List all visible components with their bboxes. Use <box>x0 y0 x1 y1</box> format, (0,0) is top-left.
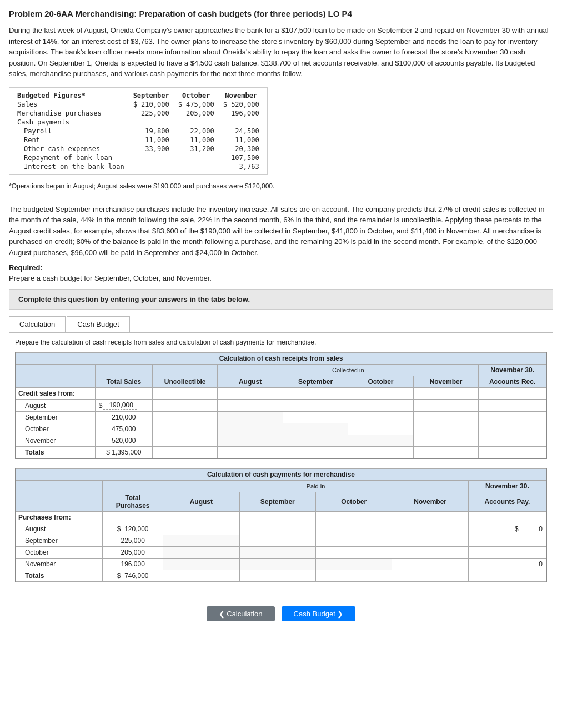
budgeted-table: Budgeted Figures* September October Nove… <box>13 91 264 171</box>
payments-oct-oct-input[interactable] <box>332 549 376 556</box>
receipts-aug-nov-input[interactable] <box>424 402 468 410</box>
receipts-title: Calculation of cash receipts from sales <box>16 353 546 365</box>
payments-table: Calculation of cash payments for merchan… <box>16 468 546 582</box>
receipts-row-totals-unc <box>152 447 217 458</box>
receipts-row-sep-nov <box>413 412 478 423</box>
receipts-hdr-total-sales: Total Sales <box>95 376 152 388</box>
receipts-section-ar <box>479 388 546 400</box>
budgeted-row-rent-oct: 11,000 <box>174 136 219 144</box>
payments-totals-nov-input[interactable] <box>408 572 453 580</box>
payments-sep-ap-input[interactable] <box>485 537 529 545</box>
receipts-row-nov-unc <box>152 435 217 447</box>
payments-oct-ap-input[interactable] <box>485 549 529 556</box>
receipts-aug-oct-input[interactable] <box>359 402 403 410</box>
budgeted-row-payroll-label: Payroll <box>13 127 129 136</box>
budgeted-row-merch-sep: 225,000 <box>129 109 174 118</box>
payments-row-totals: Totals $ 746,000 <box>16 570 546 582</box>
payments-hdr-september: September <box>239 492 315 512</box>
receipts-aug-aug-input[interactable] <box>228 402 273 410</box>
payments-sep-oct-input[interactable] <box>332 537 376 545</box>
receipts-totals-oct-input[interactable] <box>359 448 403 456</box>
receipts-totals-aug-input[interactable] <box>228 448 273 456</box>
payments-row-october: October 205,000 <box>16 547 546 559</box>
payments-row-aug-aug <box>163 523 239 535</box>
budgeted-row-sales-nov: $ 520,000 <box>219 100 264 109</box>
payments-hdr-paid: --------------------Paid in-------------… <box>163 481 469 492</box>
payments-row-nov-sep <box>239 559 315 570</box>
receipts-oct-unc-input[interactable] <box>163 425 207 433</box>
receipts-section-aug <box>218 388 283 400</box>
required-text: Prepare a cash budget for September, Oct… <box>9 274 553 282</box>
budgeted-row-other-label: Other cash expenses <box>13 144 129 153</box>
receipts-row-oct-total: 475,000 <box>95 423 152 435</box>
receipts-row-totals-ar <box>479 447 546 458</box>
prev-button[interactable]: ❮ Calculation <box>207 606 275 621</box>
receipts-row-oct-nov <box>413 423 478 435</box>
receipts-aug-sep-input[interactable] <box>293 402 338 410</box>
payments-nov-nov-input[interactable] <box>408 560 453 568</box>
payments-oct-nov-input[interactable] <box>408 549 453 556</box>
payments-row-totals-total: $ 746,000 <box>103 570 163 582</box>
budgeted-row-interest-oct <box>174 162 219 171</box>
payments-row-aug-ap: $ 0 <box>468 523 546 535</box>
receipts-row-totals-aug <box>218 447 283 458</box>
payments-title: Calculation of cash payments for merchan… <box>16 469 546 481</box>
receipts-row-totals-sep <box>283 447 348 458</box>
payments-hdr-november: November <box>392 492 468 512</box>
receipts-aug-ar-input[interactable] <box>490 402 535 410</box>
receipts-sep-oct-input[interactable] <box>359 413 403 421</box>
payments-totals-oct-input[interactable] <box>332 572 376 580</box>
receipts-row-nov-ar <box>479 435 546 447</box>
receipts-row-august: August $ 190,000 <box>16 400 546 412</box>
receipts-aug-unc-input[interactable] <box>163 402 207 410</box>
budgeted-row-rent-sep: 11,000 <box>129 136 174 144</box>
receipts-row-nov-nov <box>413 435 478 447</box>
payments-row-sep-sep <box>239 535 315 547</box>
receipts-section-label: Credit sales from: <box>16 388 96 400</box>
receipts-sep-ar-input[interactable] <box>490 413 535 421</box>
receipts-row-oct-label: October <box>16 423 96 435</box>
payments-sep-sep-input[interactable] <box>255 537 300 545</box>
payments-section-label: Purchases from: <box>16 512 103 523</box>
receipts-oct-oct-input[interactable] <box>359 425 403 433</box>
payments-sep-nov-input[interactable] <box>408 537 453 545</box>
tab-cash-budget[interactable]: Cash Budget <box>67 316 129 332</box>
bottom-nav: ❮ Calculation Cash Budget ❯ <box>9 606 553 621</box>
payments-row-totals-oct <box>315 570 392 582</box>
receipts-row-totals-nov <box>413 447 478 458</box>
tab-calculation[interactable]: Calculation <box>9 316 66 332</box>
payments-totals-sep-input[interactable] <box>255 572 300 580</box>
payments-row-oct-oct <box>315 547 392 559</box>
budgeted-row-interest-label: Interest on the bank loan <box>13 162 129 171</box>
receipts-oct-ar-input[interactable] <box>490 425 535 433</box>
budgeted-row-other-oct: 31,200 <box>174 144 219 153</box>
payments-aug-aug-input[interactable] <box>179 525 223 533</box>
receipts-row-totals-label: Totals <box>16 447 96 458</box>
payments-totals-aug-input[interactable] <box>179 572 223 580</box>
payments-aug-nov-input[interactable] <box>408 525 453 533</box>
receipts-nov-nov-input[interactable] <box>424 437 468 445</box>
receipts-sep-nov-input[interactable] <box>424 413 468 421</box>
payments-totals-ap-input[interactable] <box>485 572 529 580</box>
budgeted-row-interest-sep <box>129 162 174 171</box>
receipts-totals-unc-input[interactable] <box>163 448 207 456</box>
payments-aug-oct-input[interactable] <box>332 525 376 533</box>
budgeted-row-cashpay-sep <box>129 118 174 127</box>
receipts-totals-sep-input[interactable] <box>293 448 338 456</box>
receipts-sep-sep-input[interactable] <box>293 413 338 421</box>
payments-hdr-nov30: November 30. <box>468 481 546 492</box>
receipts-sep-unc-input[interactable] <box>163 413 207 421</box>
payments-row-aug-sep <box>239 523 315 535</box>
receipts-totals-ar-input[interactable] <box>490 448 535 456</box>
receipts-section-sep <box>283 388 348 400</box>
receipts-oct-nov-input[interactable] <box>424 425 468 433</box>
payments-row-aug-oct <box>315 523 392 535</box>
receipts-nov-unc-input[interactable] <box>163 437 207 445</box>
receipts-aug-total-input[interactable]: 190,000 <box>103 401 137 410</box>
budgeted-row-rent-nov: 11,000 <box>219 136 264 144</box>
payments-aug-sep-input[interactable] <box>255 525 300 533</box>
payments-hdr-accounts-pay: Accounts Pay. <box>468 492 546 512</box>
next-button[interactable]: Cash Budget ❯ <box>282 606 356 621</box>
receipts-nov-ar-input[interactable] <box>490 437 535 445</box>
receipts-totals-nov-input[interactable] <box>424 448 468 456</box>
